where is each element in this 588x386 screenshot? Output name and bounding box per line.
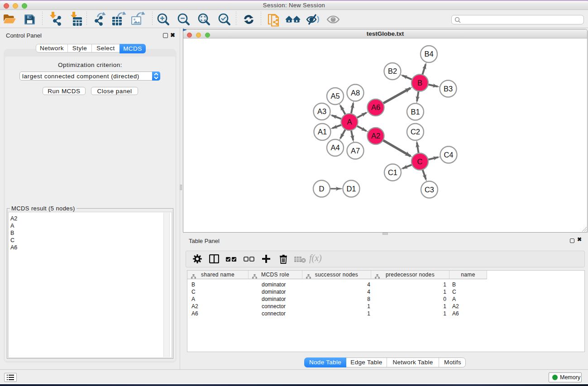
- svg-text:A7: A7: [351, 147, 360, 155]
- svg-text:A8: A8: [351, 89, 360, 97]
- svg-text:B: B: [417, 79, 422, 87]
- svg-text:D1: D1: [346, 185, 356, 193]
- svg-text:B2: B2: [388, 67, 397, 75]
- svg-text:A: A: [347, 118, 352, 126]
- svg-text:A5: A5: [330, 92, 339, 100]
- svg-text:C: C: [417, 157, 423, 166]
- svg-text:B1: B1: [411, 108, 420, 116]
- svg-text:A3: A3: [317, 107, 326, 115]
- svg-text:C2: C2: [411, 128, 420, 136]
- svg-text:A6: A6: [371, 103, 380, 111]
- svg-text:C1: C1: [388, 168, 397, 176]
- svg-text:A4: A4: [330, 143, 339, 152]
- svg-text:C4: C4: [444, 151, 453, 159]
- svg-text:D: D: [319, 185, 325, 193]
- svg-text:C3: C3: [425, 186, 434, 194]
- svg-text:B3: B3: [444, 85, 453, 93]
- svg-text:B4: B4: [424, 50, 433, 58]
- svg-text:A2: A2: [371, 132, 380, 140]
- svg-text:A1: A1: [318, 128, 327, 136]
